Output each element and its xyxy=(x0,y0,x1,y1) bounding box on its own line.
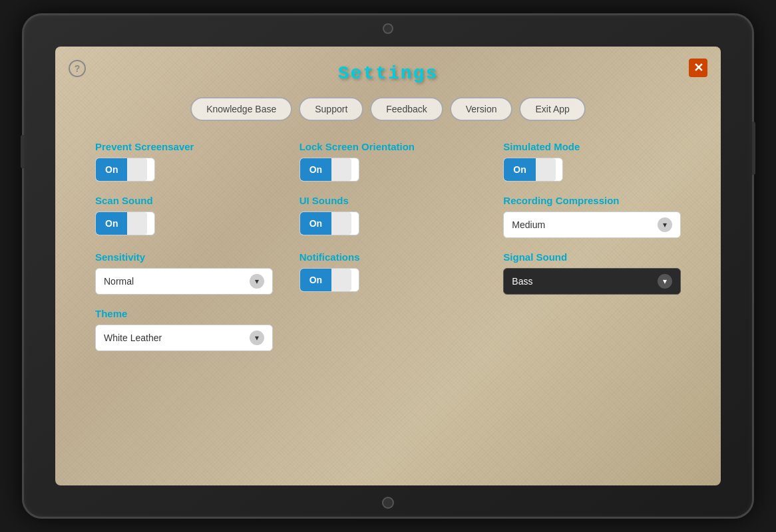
nav-feedback[interactable]: Feedback xyxy=(370,97,443,121)
toggle-off-indicator xyxy=(331,269,351,291)
setting-scan-sound: Scan Sound On xyxy=(95,195,273,238)
theme-label: Theme xyxy=(95,308,127,319)
dropdown-arrow-icon: ▾ xyxy=(250,331,264,345)
signal-sound-value: Bass xyxy=(512,276,532,287)
prevent-screensaver-toggle[interactable]: On xyxy=(95,158,155,182)
ui-sounds-toggle[interactable]: On xyxy=(299,211,359,235)
close-button[interactable]: ✕ xyxy=(689,59,707,77)
nav-knowledge-base[interactable]: Knowledge Base xyxy=(190,97,292,121)
prevent-screensaver-label: Prevent Screensaver xyxy=(95,141,194,152)
nav-version[interactable]: Version xyxy=(450,97,513,121)
recording-compression-value: Medium xyxy=(512,219,545,230)
theme-value: White Leather xyxy=(104,332,162,343)
toggle-on-value: On xyxy=(300,269,331,291)
dropdown-arrow-icon: ▾ xyxy=(658,217,672,232)
setting-sensitivity: Sensitivity Normal ▾ xyxy=(95,251,273,295)
setting-ui-sounds: UI Sounds On xyxy=(299,195,477,238)
simulated-mode-toggle[interactable]: On xyxy=(503,158,563,182)
setting-signal-sound: Signal Sound Bass ▾ xyxy=(503,251,681,295)
tablet-side-button-left xyxy=(21,135,24,168)
tablet-frame: ? ✕ Settings Knowledge Base Support Feed… xyxy=(22,13,754,519)
toggle-on-value: On xyxy=(96,212,127,235)
simulated-mode-label: Simulated Mode xyxy=(503,141,580,152)
toggle-off-indicator xyxy=(331,212,351,235)
lock-screen-orientation-label: Lock Screen Orientation xyxy=(299,141,415,152)
notifications-label: Notifications xyxy=(299,251,360,263)
toggle-on-value: On xyxy=(300,158,331,181)
dropdown-arrow-icon: ▾ xyxy=(250,274,264,289)
screen: ? ✕ Settings Knowledge Base Support Feed… xyxy=(55,47,721,485)
recording-compression-dropdown[interactable]: Medium ▾ xyxy=(503,211,681,238)
tablet-side-button-right xyxy=(752,122,755,175)
ui-sounds-label: UI Sounds xyxy=(299,195,349,206)
setting-lock-screen-orientation: Lock Screen Orientation On xyxy=(299,141,477,182)
toggle-on-value: On xyxy=(96,158,127,181)
setting-theme: Theme White Leather ▾ xyxy=(95,308,273,351)
theme-dropdown[interactable]: White Leather ▾ xyxy=(95,325,273,351)
settings-grid: Prevent Screensaver On Lock Screen Orien… xyxy=(69,141,707,351)
toggle-off-indicator xyxy=(127,212,147,235)
help-icon[interactable]: ? xyxy=(69,60,86,77)
setting-simulated-mode: Simulated Mode On xyxy=(503,141,681,182)
nav-support[interactable]: Support xyxy=(299,97,363,121)
toggle-off-indicator xyxy=(127,158,147,181)
sensitivity-dropdown[interactable]: Normal ▾ xyxy=(95,268,273,295)
nav-exit-app[interactable]: Exit App xyxy=(519,97,585,121)
dropdown-arrow-icon: ▾ xyxy=(658,274,672,289)
lock-screen-orientation-toggle[interactable]: On xyxy=(299,158,359,182)
setting-recording-compression: Recording Compression Medium ▾ xyxy=(503,195,681,238)
nav-bar: Knowledge Base Support Feedback Version … xyxy=(69,97,707,121)
signal-sound-label: Signal Sound xyxy=(503,251,567,263)
toggle-off-indicator xyxy=(331,158,351,181)
recording-compression-label: Recording Compression xyxy=(503,195,619,206)
setting-notifications: Notifications On xyxy=(299,251,477,295)
toggle-on-value: On xyxy=(504,158,535,181)
toggle-off-indicator xyxy=(536,158,556,181)
scan-sound-toggle[interactable]: On xyxy=(95,211,155,235)
setting-prevent-screensaver: Prevent Screensaver On xyxy=(95,141,273,182)
signal-sound-dropdown[interactable]: Bass ▾ xyxy=(503,268,681,295)
sensitivity-value: Normal xyxy=(104,276,134,287)
sensitivity-label: Sensitivity xyxy=(95,251,145,263)
page-title: Settings xyxy=(69,63,707,84)
notifications-toggle[interactable]: On xyxy=(299,268,359,292)
toggle-on-value: On xyxy=(300,212,331,235)
scan-sound-label: Scan Sound xyxy=(95,195,153,206)
